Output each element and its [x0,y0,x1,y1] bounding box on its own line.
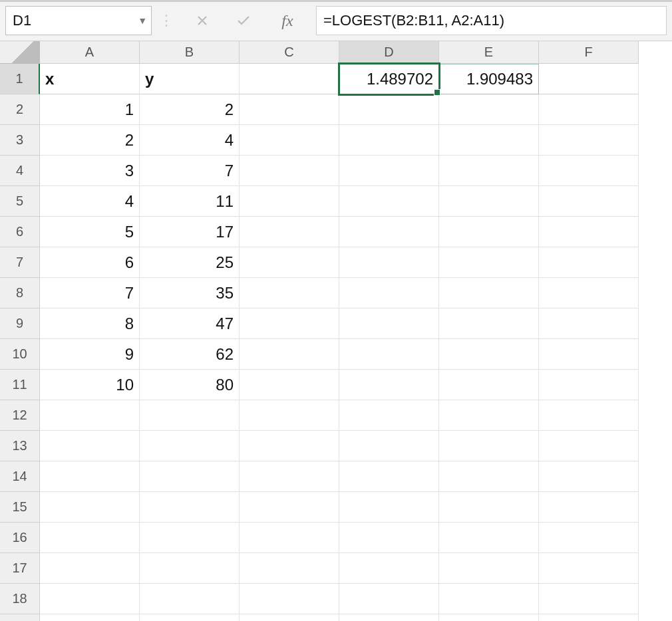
cell-E10[interactable] [439,339,539,370]
row-header-18[interactable]: 18 [0,584,40,614]
cell-C14[interactable] [240,461,339,492]
cell-A19[interactable] [40,614,140,621]
cell-A7[interactable]: 6 [40,247,140,278]
select-all-corner[interactable] [0,41,40,64]
cell-D10[interactable] [339,339,439,370]
cell-A11[interactable]: 10 [40,370,140,400]
cell-A18[interactable] [40,584,140,614]
formula-input[interactable]: =LOGEST(B2:B11, A2:A11) [316,6,667,35]
cell-A14[interactable] [40,461,140,492]
cell-D19[interactable] [339,614,439,621]
cell-C15[interactable] [240,492,339,523]
cell-D17[interactable] [339,553,439,584]
cell-A12[interactable] [40,400,140,431]
cell-F6[interactable] [539,217,639,247]
cell-B18[interactable] [140,584,240,614]
cell-B4[interactable]: 7 [140,156,240,186]
cell-D9[interactable] [339,309,439,339]
cell-E11[interactable] [439,370,539,400]
cell-E1[interactable]: 1.909483 [439,64,539,94]
cell-F5[interactable] [539,186,639,217]
row-header-5[interactable]: 5 [0,186,40,217]
dropdown-caret-icon[interactable]: ▼ [138,15,147,26]
cell-B7[interactable]: 25 [140,247,240,278]
cell-A2[interactable]: 1 [40,94,140,125]
cell-B17[interactable] [140,553,240,584]
cell-E2[interactable] [439,94,539,125]
row-header-2[interactable]: 2 [0,94,40,125]
row-header-17[interactable]: 17 [0,553,40,584]
cell-C13[interactable] [240,431,339,461]
cell-B3[interactable]: 4 [140,125,240,156]
cell-A1[interactable]: x [40,64,140,94]
cell-C7[interactable] [240,247,339,278]
row-header-3[interactable]: 3 [0,125,40,156]
cell-F16[interactable] [539,523,639,553]
cell-D15[interactable] [339,492,439,523]
cell-B16[interactable] [140,523,240,553]
cell-C19[interactable] [240,614,339,621]
cell-B9[interactable]: 47 [140,309,240,339]
cell-D13[interactable] [339,431,439,461]
cell-D12[interactable] [339,400,439,431]
row-header-15[interactable]: 15 [0,492,40,523]
fx-label[interactable]: fx [271,12,303,30]
cell-C5[interactable] [240,186,339,217]
cell-A8[interactable]: 7 [40,278,140,309]
cell-D6[interactable] [339,217,439,247]
cell-B10[interactable]: 62 [140,339,240,370]
cell-B8[interactable]: 35 [140,278,240,309]
cell-A17[interactable] [40,553,140,584]
column-header-D[interactable]: D [339,41,439,64]
cell-E13[interactable] [439,431,539,461]
cell-F7[interactable] [539,247,639,278]
cell-F17[interactable] [539,553,639,584]
cell-A15[interactable] [40,492,140,523]
cell-C8[interactable] [240,278,339,309]
cell-B1[interactable]: y [140,64,240,94]
cell-C9[interactable] [240,309,339,339]
cell-B12[interactable] [140,400,240,431]
cell-A3[interactable]: 2 [40,125,140,156]
cell-F3[interactable] [539,125,639,156]
cell-C10[interactable] [240,339,339,370]
cell-D18[interactable] [339,584,439,614]
cell-A10[interactable]: 9 [40,339,140,370]
cell-E9[interactable] [439,309,539,339]
row-header-16[interactable]: 16 [0,523,40,553]
cell-E14[interactable] [439,461,539,492]
cell-C6[interactable] [240,217,339,247]
cell-A6[interactable]: 5 [40,217,140,247]
row-header-10[interactable]: 10 [0,339,40,370]
cell-F12[interactable] [539,400,639,431]
cell-B6[interactable]: 17 [140,217,240,247]
cell-B19[interactable] [140,614,240,621]
cell-D7[interactable] [339,247,439,278]
row-header-7[interactable]: 7 [0,247,40,278]
cell-B13[interactable] [140,431,240,461]
cell-C16[interactable] [240,523,339,553]
column-header-A[interactable]: A [40,41,140,64]
column-header-C[interactable]: C [240,41,339,64]
cell-B2[interactable]: 2 [140,94,240,125]
cell-F8[interactable] [539,278,639,309]
row-header-11[interactable]: 11 [0,370,40,400]
row-header-8[interactable]: 8 [0,278,40,309]
cell-F10[interactable] [539,339,639,370]
cell-C4[interactable] [240,156,339,186]
column-header-F[interactable]: F [539,41,639,64]
cell-C18[interactable] [240,584,339,614]
cell-F11[interactable] [539,370,639,400]
cell-A9[interactable]: 8 [40,309,140,339]
cell-A4[interactable]: 3 [40,156,140,186]
spreadsheet-grid[interactable]: ABCDEF1xy1.4897021.909483212324437541165… [0,41,672,621]
cell-B11[interactable]: 80 [140,370,240,400]
cell-F14[interactable] [539,461,639,492]
cell-B15[interactable] [140,492,240,523]
cell-E8[interactable] [439,278,539,309]
cell-D2[interactable] [339,94,439,125]
column-header-E[interactable]: E [439,41,539,64]
cell-E6[interactable] [439,217,539,247]
row-header-12[interactable]: 12 [0,400,40,431]
enter-button[interactable] [224,7,263,35]
